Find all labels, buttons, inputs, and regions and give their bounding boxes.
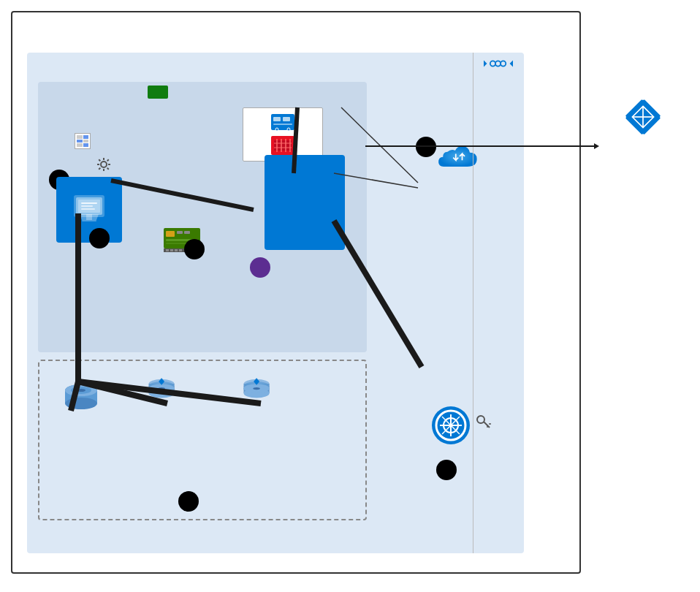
svg-point-46 xyxy=(158,387,165,390)
svg-rect-22 xyxy=(166,231,175,237)
vault-icon xyxy=(429,406,473,446)
nva-firewall-box xyxy=(243,107,323,162)
svg-point-1 xyxy=(490,61,495,66)
step-4-circle xyxy=(178,491,199,512)
subnet-box xyxy=(38,82,367,352)
svg-point-56 xyxy=(253,387,260,390)
svg-rect-23 xyxy=(177,231,183,234)
svg-rect-5 xyxy=(271,114,294,130)
svg-point-34 xyxy=(65,398,97,409)
entra-id-icon xyxy=(621,95,665,139)
vm-box xyxy=(56,177,122,243)
svg-point-2 xyxy=(495,61,501,66)
svg-rect-19 xyxy=(81,205,93,207)
os-disk-item xyxy=(61,383,102,416)
step-5-circle xyxy=(184,239,205,259)
os-disk-icon xyxy=(61,383,102,412)
svg-point-12 xyxy=(101,162,107,167)
svg-line-66 xyxy=(484,422,490,428)
svg-rect-6 xyxy=(273,117,281,121)
plugin-text-box xyxy=(71,155,137,172)
udr-icon xyxy=(75,133,91,149)
svg-point-83 xyxy=(660,115,663,118)
managed-disk-box xyxy=(38,360,367,520)
svg-rect-20 xyxy=(81,208,95,210)
backup-service-box xyxy=(414,140,495,182)
svg-rect-8 xyxy=(273,124,292,125)
svg-marker-4 xyxy=(510,61,513,67)
svg-rect-18 xyxy=(81,202,97,204)
primary-region-box xyxy=(11,11,581,574)
svg-rect-16 xyxy=(86,214,92,220)
data-disk2-icon xyxy=(237,376,277,405)
svg-marker-0 xyxy=(484,61,487,67)
vm-icon xyxy=(72,194,106,223)
vnet-icon xyxy=(484,56,513,71)
svg-rect-17 xyxy=(82,220,96,221)
nva-icon xyxy=(270,111,296,133)
firewall-icon xyxy=(270,134,296,156)
svg-rect-7 xyxy=(283,117,290,121)
svg-marker-87 xyxy=(594,143,599,149)
svg-rect-24 xyxy=(184,231,190,234)
svg-point-84 xyxy=(641,134,644,137)
svg-rect-29 xyxy=(170,249,173,251)
gear-icon-area xyxy=(71,156,137,172)
svg-rect-28 xyxy=(166,249,169,251)
entra-id-box xyxy=(599,95,687,145)
step-3-circle xyxy=(89,228,110,248)
service-endpoint-box xyxy=(265,155,345,250)
svg-point-37 xyxy=(77,389,85,392)
nsg-badge xyxy=(148,86,168,99)
gear-icon xyxy=(96,156,112,172)
recovery-vault-box xyxy=(407,406,495,451)
data-disk1-icon xyxy=(142,376,182,405)
svg-rect-30 xyxy=(175,249,178,251)
svg-point-10 xyxy=(287,128,290,131)
svg-rect-31 xyxy=(179,249,182,251)
data-disk1-item xyxy=(142,376,182,409)
step-7-circle xyxy=(436,460,457,480)
svg-point-9 xyxy=(275,128,278,131)
svg-point-3 xyxy=(501,61,506,66)
data-disk2-item xyxy=(237,376,277,409)
svg-point-85 xyxy=(623,115,626,118)
vnet-box xyxy=(27,53,524,553)
svg-point-82 xyxy=(641,96,644,100)
step-6-circle xyxy=(250,257,270,278)
separator-line xyxy=(473,53,473,553)
key-icon xyxy=(475,413,491,431)
